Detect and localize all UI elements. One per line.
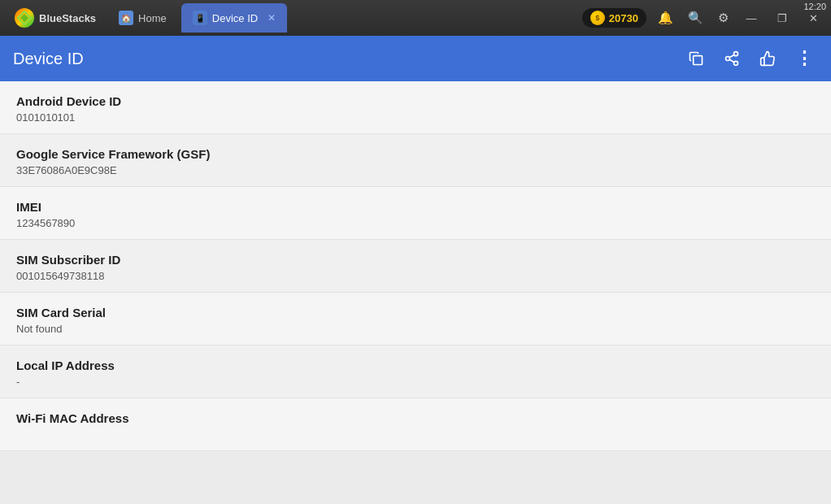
svg-line-7 <box>729 54 734 57</box>
device-item-label: SIM Subscriber ID <box>16 253 815 267</box>
search-icon[interactable]: 🔍 <box>685 9 707 27</box>
like-button[interactable] <box>753 44 782 73</box>
device-item-label: Local IP Address <box>16 358 815 372</box>
content-area: Android Device ID0101010101Google Servic… <box>0 81 831 504</box>
minimize-button[interactable]: — <box>740 9 763 27</box>
svg-line-6 <box>729 59 734 62</box>
device-item[interactable]: Wi-Fi MAC Address <box>0 398 831 451</box>
device-item-value: 001015649738118 <box>16 270 815 282</box>
device-tab-icon: 📱 <box>193 11 207 25</box>
title-bar-right: $ 20730 🔔 🔍 ⚙ — ❐ ✕ <box>582 8 824 28</box>
device-item[interactable]: Google Service Framework (GSF)33E76086A0… <box>0 134 831 187</box>
device-item-value: - <box>16 376 815 388</box>
notification-icon[interactable]: 🔔 <box>655 9 677 27</box>
svg-point-3 <box>734 52 738 56</box>
tab-device-id[interactable]: 📱 Device ID ✕ <box>181 3 287 33</box>
restore-button[interactable]: ❐ <box>771 9 794 27</box>
settings-icon[interactable]: ⚙ <box>715 9 732 27</box>
device-item-label: Google Service Framework (GSF) <box>16 147 815 161</box>
device-item-label: SIM Card Serial <box>16 306 815 319</box>
device-item-value <box>16 428 815 441</box>
device-item-value: 1234567890 <box>16 217 815 229</box>
app-bar-actions: ⋮ <box>681 44 818 73</box>
coin-icon: $ <box>590 11 605 25</box>
svg-point-4 <box>726 57 730 61</box>
device-item[interactable]: IMEI1234567890 <box>0 187 831 240</box>
coin-amount: 20730 <box>609 12 638 24</box>
device-item-value: 33E76086A0E9C98E <box>16 164 815 176</box>
device-item-label: Android Device ID <box>16 94 815 108</box>
app-bar: Device ID ⋮ <box>0 36 831 81</box>
time-display: 12:20 <box>803 2 826 11</box>
svg-rect-2 <box>694 56 703 65</box>
title-bar: BlueStacks 🏠 Home 📱 Device ID ✕ $ 20730 … <box>0 0 831 36</box>
copy-button[interactable] <box>681 44 711 73</box>
device-item[interactable]: Android Device ID0101010101 <box>0 81 831 134</box>
logo-icon <box>15 8 34 28</box>
brand-name: BlueStacks <box>39 12 96 24</box>
device-item-label: IMEI <box>16 200 815 214</box>
device-item[interactable]: SIM Subscriber ID001015649738118 <box>0 240 831 293</box>
device-tab-label: Device ID <box>212 12 258 24</box>
svg-point-5 <box>734 61 738 65</box>
device-item-value: Not found <box>16 323 815 335</box>
app-bar-title: Device ID <box>13 50 672 68</box>
bluestacks-logo: BlueStacks <box>7 5 104 31</box>
device-item-label: Wi-Fi MAC Address <box>16 411 815 425</box>
more-options-button[interactable]: ⋮ <box>789 44 818 73</box>
tab-close-icon[interactable]: ✕ <box>268 12 276 24</box>
share-button[interactable] <box>717 44 746 73</box>
home-tab-label: Home <box>138 12 167 24</box>
tab-home[interactable]: 🏠 Home <box>107 3 178 33</box>
device-item[interactable]: SIM Card SerialNot found <box>0 293 831 345</box>
device-item-value: 0101010101 <box>16 111 815 124</box>
device-item[interactable]: Local IP Address- <box>0 345 831 398</box>
home-tab-icon: 🏠 <box>119 11 133 25</box>
close-button[interactable]: ✕ <box>802 9 824 27</box>
coin-badge: $ 20730 <box>582 8 646 28</box>
